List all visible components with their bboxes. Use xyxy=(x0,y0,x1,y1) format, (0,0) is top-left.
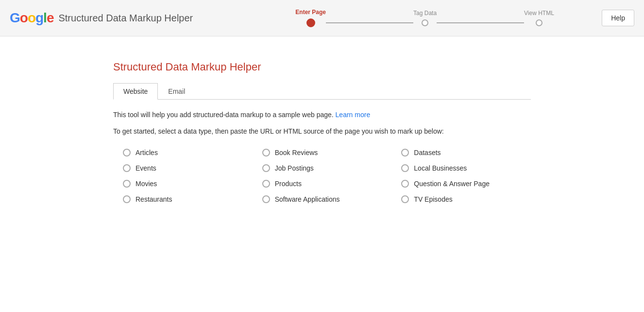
step-enter-page-dot xyxy=(306,18,315,27)
radio-circle[interactable] xyxy=(262,180,270,188)
data-type-item[interactable]: Articles xyxy=(123,149,253,156)
data-type-label: Book Reviews xyxy=(275,149,318,156)
logo-area: Google Structured Data Markup Helper xyxy=(10,11,248,25)
step-view-html: View HTML xyxy=(524,10,554,26)
description-1: This tool will help you add structured-d… xyxy=(113,109,531,120)
logo-g2: g xyxy=(35,11,43,25)
data-type-label: Articles xyxy=(136,149,158,156)
tab-email[interactable]: Email xyxy=(158,83,195,100)
step-line-2 xyxy=(437,22,524,23)
data-type-label: Job Postings xyxy=(275,164,314,172)
radio-circle[interactable] xyxy=(262,195,270,203)
radio-circle[interactable] xyxy=(401,164,409,172)
data-type-item[interactable]: Datasets xyxy=(401,149,531,156)
data-type-label: Question & Answer Page xyxy=(414,180,490,188)
data-type-item[interactable]: Local Businesses xyxy=(401,164,531,172)
main-content: Structured Data Markup Helper Website Em… xyxy=(103,61,541,203)
data-type-label: Products xyxy=(275,180,302,188)
radio-circle[interactable] xyxy=(401,149,409,156)
data-type-item[interactable]: Software Applications xyxy=(262,195,392,203)
step-tag-data: Tag Data xyxy=(413,10,437,26)
help-button[interactable]: Help xyxy=(602,10,634,26)
radio-circle[interactable] xyxy=(123,149,131,156)
step-tag-data-label: Tag Data xyxy=(413,10,437,17)
page-heading: Structured Data Markup Helper xyxy=(113,61,531,73)
data-type-item[interactable]: TV Episodes xyxy=(401,195,531,203)
step-view-html-dot xyxy=(536,19,542,26)
tabs: Website Email xyxy=(113,83,531,100)
step-view-html-label: View HTML xyxy=(524,10,554,17)
data-type-item[interactable]: Restaurants xyxy=(123,195,253,203)
tab-website[interactable]: Website xyxy=(113,83,158,100)
data-type-label: Datasets xyxy=(414,149,441,156)
header: Google Structured Data Markup Helper Ent… xyxy=(0,0,644,36)
app-title: Structured Data Markup Helper xyxy=(58,13,193,24)
radio-circle[interactable] xyxy=(262,149,270,156)
data-type-item[interactable]: Question & Answer Page xyxy=(401,180,531,188)
data-type-item[interactable]: Book Reviews xyxy=(262,149,392,156)
data-type-label: Movies xyxy=(136,180,157,188)
radio-circle[interactable] xyxy=(123,180,131,188)
data-type-item[interactable]: Movies xyxy=(123,180,253,188)
radio-circle[interactable] xyxy=(401,180,409,188)
data-type-label: Events xyxy=(136,164,156,172)
step-enter-page: Enter Page xyxy=(295,9,326,27)
data-type-label: Local Businesses xyxy=(414,164,467,172)
data-type-item[interactable]: Products xyxy=(262,180,392,188)
step-enter-page-label: Enter Page xyxy=(295,9,326,16)
radio-circle[interactable] xyxy=(262,164,270,172)
radio-circle[interactable] xyxy=(401,195,409,203)
description-1-text: This tool will help you add structured-d… xyxy=(113,111,336,119)
radio-circle[interactable] xyxy=(123,164,131,172)
logo-e: e xyxy=(47,11,54,25)
data-type-item[interactable]: Job Postings xyxy=(262,164,392,172)
radio-circle[interactable] xyxy=(123,195,131,203)
logo-o2: o xyxy=(28,11,35,25)
learn-more-link[interactable]: Learn more xyxy=(336,111,371,119)
logo-g: G xyxy=(10,11,20,25)
logo-o1: o xyxy=(20,11,28,25)
data-type-item[interactable]: Events xyxy=(123,164,253,172)
logo-l: l xyxy=(43,11,47,25)
data-type-grid: ArticlesBook ReviewsDatasetsEventsJob Po… xyxy=(113,149,531,203)
step-tag-data-dot xyxy=(422,19,428,26)
description-2: To get started, select a data type, then… xyxy=(113,126,531,137)
stepper: Enter Page Tag Data View HTML xyxy=(248,9,602,27)
step-line-1 xyxy=(326,22,413,23)
google-logo: Google xyxy=(10,11,53,25)
data-type-label: Restaurants xyxy=(136,195,172,203)
data-type-label: TV Episodes xyxy=(414,195,452,203)
data-type-label: Software Applications xyxy=(275,195,340,203)
